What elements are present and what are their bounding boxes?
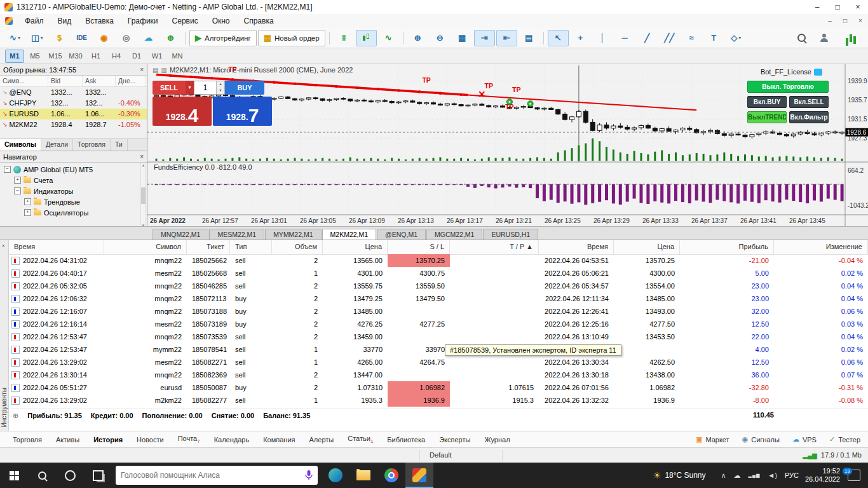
cortana-icon[interactable] [56, 463, 84, 488]
timeframe-h4[interactable]: H4 [107, 50, 126, 63]
market-watch-row[interactable]: ↘CHFJPY132...132...-0.40% [0, 98, 147, 109]
close-icon[interactable]: × [2, 243, 5, 248]
language-indicator[interactable]: РУС [785, 471, 799, 479]
chart-tab[interactable]: MGCM22,M1 [426, 229, 482, 240]
close-icon[interactable]: × [140, 67, 144, 73]
chart-tab[interactable]: MNQM22,M1 [153, 229, 208, 240]
bottom-tab-новости[interactable]: Новости [137, 436, 164, 444]
lock-icon[interactable]: ◉ [93, 30, 114, 46]
history-row[interactable]: 2022.04.26 05:32:05mnqm22185046285sell21… [9, 280, 868, 292]
spin-down-icon[interactable]: ▾ [217, 88, 224, 94]
fibonacci-icon[interactable]: ≈ [681, 30, 702, 46]
trendline-icon[interactable]: ╱ [637, 30, 658, 46]
timeframe-mn[interactable]: MN [168, 50, 187, 63]
bottom-tab-эксперты[interactable]: Эксперты [439, 436, 470, 444]
child-close-button[interactable]: × [853, 14, 868, 28]
history-row[interactable]: 2022.04.26 12:06:32mnqm22185072113buy213… [9, 292, 868, 305]
data-window-icon[interactable]: ▤ [519, 30, 539, 46]
utility-vps[interactable]: ☁VPS [792, 435, 817, 444]
ea-trend-button[interactable]: ВыклTREND [747, 111, 787, 123]
tray-chevron-icon[interactable]: ∧ [721, 471, 726, 480]
timeframe-m15[interactable]: M15 [46, 50, 65, 63]
indicator-list-icon[interactable]: ▥ [161, 67, 166, 74]
network-icon[interactable]: ▂▄▆ [749, 473, 761, 478]
menu-item[interactable]: Справка [237, 14, 281, 28]
microphone-icon[interactable] [305, 470, 313, 480]
utility-сигналы[interactable]: ◉Сигналы [742, 435, 780, 444]
vps-cloud-icon[interactable]: ☁ [138, 30, 159, 46]
volume-value[interactable]: 1 [194, 81, 216, 94]
history-row[interactable]: 2022.04.26 13:29:02m2km22185082277sell11… [9, 394, 868, 407]
ea-enable-buy-button[interactable]: Вкл.BUY [747, 96, 787, 108]
shapes-icon[interactable]: ◇▾ [726, 30, 747, 46]
bottom-tab-торговля[interactable]: Торговля [13, 436, 42, 444]
sell-price-box[interactable]: 1928.4 [153, 97, 212, 126]
history-row[interactable]: 2022.04.26 12:53:47mnqm22185073539sell21… [9, 330, 868, 343]
market-watch-tab[interactable]: Ти [111, 139, 128, 151]
market-watch-tab[interactable]: Символы [0, 139, 41, 151]
bottom-tab-журнал[interactable]: Журнал [484, 436, 510, 444]
minimize-button[interactable]: – [807, 0, 827, 14]
column-header[interactable]: Цена [323, 240, 388, 254]
chart-window-icon[interactable]: ∿▾ [4, 30, 25, 46]
history-row[interactable]: 2022.04.26 12:16:14mesm22185073189buy242… [9, 318, 868, 330]
navigator-tree-item[interactable]: −AMP Global (EU) MT5 [0, 164, 147, 175]
tile-windows-icon[interactable]: ⇥ [474, 30, 495, 46]
market-watch-tab[interactable]: Детали [41, 139, 73, 151]
edge-icon[interactable] [322, 463, 349, 488]
new-order-button[interactable]: ▦Новый ордер [258, 30, 325, 46]
utility-тестер[interactable]: ✓Тестер [829, 435, 860, 444]
onedrive-cloud-icon[interactable]: ☁ [734, 471, 741, 480]
signals-icon[interactable]: ◎ [116, 30, 137, 46]
tick-chart-icon[interactable]: ‖ [334, 30, 355, 46]
ea-enable-sell-button[interactable]: Вкл.SELL [789, 96, 829, 108]
account-icon[interactable] [813, 30, 834, 46]
chart-style-icon[interactable]: ◫▾ [27, 30, 48, 46]
expand-icon[interactable]: + [14, 177, 21, 184]
metaeditor-ide-icon[interactable]: IDE [71, 30, 92, 46]
bottom-tab-календарь[interactable]: Календарь [214, 436, 250, 444]
search-icon[interactable] [791, 30, 812, 46]
crosshair-icon[interactable]: + [570, 30, 591, 46]
column-header[interactable]: S / L [388, 240, 450, 254]
history-row[interactable]: 2022.04.26 04:40:17mesm22185025668sell14… [9, 267, 868, 280]
bottom-tab-библиотека[interactable]: Библиотека [387, 436, 425, 444]
column-header[interactable]: Объем [272, 240, 323, 254]
history-row[interactable]: 2022.04.26 13:30:14mnqm22185082369sell21… [9, 369, 868, 381]
weather-widget[interactable]: ☀ 18°C Sunny [653, 470, 706, 480]
file-explorer-icon[interactable] [349, 463, 377, 488]
column-header[interactable]: Время [539, 240, 614, 254]
horizontal-line-icon[interactable]: ─ [614, 30, 635, 46]
vertical-line-icon[interactable]: │ [592, 30, 613, 46]
expand-icon[interactable]: + [24, 209, 31, 216]
chrome-icon[interactable] [377, 463, 405, 488]
navigator-scrollbar[interactable]: ▲▼ [140, 163, 146, 228]
child-restore-button[interactable]: □ [837, 14, 853, 28]
maximize-button[interactable]: □ [827, 0, 848, 14]
timeframe-h1[interactable]: H1 [86, 50, 105, 63]
taskbar-clock[interactable]: 19:52 26.04.2022 [805, 467, 840, 484]
cursor-icon[interactable]: ↖ [548, 30, 569, 46]
chart-tab[interactable]: MESM22,M1 [209, 229, 264, 240]
cascade-windows-icon[interactable]: ⇤ [496, 30, 517, 46]
market-watch-row[interactable]: ↘EURUSD1.06...1.06...-0.30% [0, 109, 147, 119]
history-row[interactable]: 2022.04.26 12:53:47mymm22185078541sell13… [9, 343, 868, 356]
history-row[interactable]: 2022.04.26 04:31:02mnqm22185025662sell21… [9, 254, 868, 267]
bottom-tab-статьи[interactable]: Статьи1 [348, 435, 373, 444]
ea-filter-button[interactable]: Вкл.Фильтр [789, 111, 829, 123]
mt5-taskbar-icon[interactable] [405, 463, 433, 488]
bottom-tab-компания[interactable]: Компания [263, 436, 295, 444]
timeframe-d1[interactable]: D1 [127, 50, 146, 63]
column-header[interactable]: Символ [104, 240, 187, 254]
menu-item[interactable]: Графики [121, 14, 165, 28]
task-view-icon[interactable] [84, 463, 112, 488]
history-row[interactable]: 2022.04.26 13:29:02mesm22185082271sell14… [9, 356, 868, 369]
volume-stepper[interactable]: 1 ▴ ▾ [194, 81, 225, 95]
close-icon[interactable]: × [140, 154, 144, 160]
column-header[interactable]: Прибыль [680, 240, 774, 254]
child-minimize-button[interactable]: – [822, 14, 837, 28]
column-header[interactable]: Время [9, 240, 104, 254]
algo-trading-button[interactable]: ▶Алготрейдинг [189, 30, 257, 46]
market-dollar-icon[interactable]: $ [49, 30, 70, 46]
community-icon[interactable]: ⊕ [160, 30, 181, 46]
